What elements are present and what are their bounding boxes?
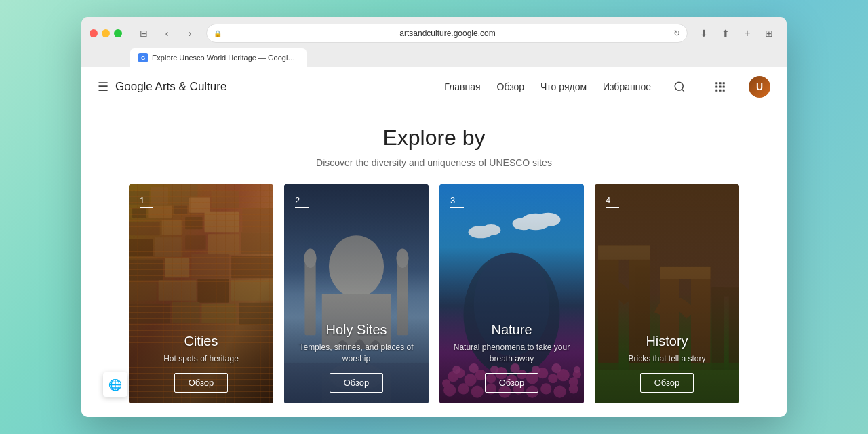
minimize-button[interactable] (102, 29, 110, 37)
tab-title: Explore Unesco World Heritage — Google И… (152, 54, 298, 62)
avatar[interactable]: U (749, 76, 770, 98)
maximize-button[interactable] (114, 29, 122, 37)
card-3-line (450, 207, 464, 208)
card-3-btn[interactable]: Обзор (485, 373, 539, 393)
share-button[interactable]: ⬆ (716, 26, 735, 41)
card-4-text: History Bricks that tell a story (606, 334, 728, 365)
tab-bar: G Explore Unesco World Heritage — Google… (90, 48, 778, 67)
section-title: Explore by (382, 125, 485, 151)
site-logo: ☰ Google Arts & Culture (98, 79, 226, 94)
nav-explore[interactable]: Обзор (497, 81, 524, 92)
card-1-desc: Hot spots of heritage (163, 353, 239, 365)
svg-rect-5 (715, 85, 717, 87)
browser-window: ⊟ ‹ › 🔒 artsandculture.google.com ↻ ⬇ ⬆ … (81, 17, 787, 417)
card-2-number: 2 (295, 195, 418, 205)
logo-text: Google Arts & Culture (115, 80, 226, 94)
apps-grid-button[interactable] (708, 75, 732, 99)
close-button[interactable] (90, 29, 98, 37)
card-4-line (606, 207, 619, 208)
reload-icon[interactable]: ↻ (673, 28, 680, 38)
browser-chrome: ⊟ ‹ › 🔒 artsandculture.google.com ↻ ⬇ ⬆ … (81, 17, 787, 67)
card-3-desc: Natural phenomena to take your breath aw… (450, 342, 573, 365)
search-button[interactable] (667, 75, 692, 99)
svg-rect-10 (723, 89, 725, 91)
card-3-name: Nature (491, 322, 532, 338)
card-3-number: 3 (450, 195, 573, 205)
browser-actions: ⬇ ⬆ + ⊞ (694, 26, 778, 41)
svg-rect-4 (723, 82, 725, 84)
card-nature[interactable]: 3 Nature Natural phenomena to take your … (439, 184, 584, 403)
translate-widget[interactable]: 🌐 (103, 372, 127, 397)
address-bar[interactable]: 🔒 artsandculture.google.com ↻ (206, 24, 688, 43)
browser-titlebar: ⊟ ‹ › 🔒 artsandculture.google.com ↻ ⬇ ⬆ … (90, 24, 778, 43)
lock-icon: 🔒 (214, 30, 222, 37)
card-cities[interactable]: 1 Cities Hot spots of heritage Обзор (129, 184, 273, 403)
card-nature-content: 3 Nature Natural phenomena to take your … (439, 184, 584, 403)
traffic-lights (90, 29, 122, 37)
card-holy-content: 2 Holy Sites Temples, shrines, and place… (284, 184, 429, 403)
card-4-btn[interactable]: Обзор (640, 373, 694, 393)
card-history[interactable]: 4 History Bricks that tell a story Обзор (595, 184, 739, 403)
svg-rect-9 (719, 89, 722, 91)
sidebar-toggle-button[interactable]: ⊟ (134, 26, 153, 41)
svg-rect-6 (719, 85, 722, 87)
main-content: Explore by Discover the diversity and un… (81, 106, 787, 417)
nav-favorites[interactable]: Избранное (603, 81, 651, 92)
website-content: ☰ Google Arts & Culture Главная Обзор Чт… (81, 67, 787, 417)
card-1-text: Cities Hot spots of heritage (140, 334, 262, 365)
back-button[interactable]: ‹ (157, 26, 176, 41)
svg-rect-2 (715, 82, 717, 84)
card-1-line (140, 207, 153, 208)
download-button[interactable]: ⬇ (694, 26, 713, 41)
nav-home[interactable]: Главная (444, 81, 480, 92)
new-tab-button[interactable]: + (738, 26, 757, 41)
address-text: artsandculture.google.com (226, 28, 669, 38)
section-subtitle: Discover the diversity and uniqueness of… (316, 157, 552, 168)
card-1-name: Cities (184, 334, 218, 349)
card-3-text: Nature Natural phenomena to take your br… (450, 322, 573, 365)
card-holy-sites[interactable]: 2 Holy Sites Temples, shrines, and place… (284, 184, 429, 403)
nav-nearby[interactable]: Что рядом (540, 81, 587, 92)
browser-controls: ⊟ ‹ › (134, 26, 199, 41)
card-2-name: Holy Sites (326, 322, 387, 338)
cards-grid: 1 Cities Hot spots of heritage Обзор (129, 184, 739, 403)
svg-rect-8 (715, 89, 717, 91)
site-nav: Главная Обзор Что рядом Избранное (444, 75, 770, 99)
avatar-image: U (749, 76, 770, 98)
forward-button[interactable]: › (180, 26, 199, 41)
card-2-text: Holy Sites Temples, shrines, and places … (295, 322, 418, 365)
card-4-number: 4 (606, 195, 728, 205)
card-2-desc: Temples, shrines, and places of worship (295, 342, 418, 365)
svg-rect-3 (719, 82, 722, 84)
card-4-name: History (646, 334, 688, 349)
translate-icon: 🌐 (108, 378, 122, 391)
card-cities-content: 1 Cities Hot spots of heritage Обзор (129, 184, 273, 403)
card-history-content: 4 History Bricks that tell a story Обзор (595, 184, 739, 403)
card-1-number: 1 (140, 195, 262, 205)
card-2-line (295, 207, 309, 208)
card-1-btn[interactable]: Обзор (174, 373, 229, 393)
tab-overview-button[interactable]: ⊞ (760, 26, 778, 41)
site-header: ☰ Google Arts & Culture Главная Обзор Чт… (81, 67, 787, 106)
card-4-desc: Bricks that tell a story (628, 353, 705, 365)
tab-favicon: G (138, 53, 148, 62)
active-tab[interactable]: G Explore Unesco World Heritage — Google… (130, 48, 307, 67)
svg-line-1 (682, 89, 684, 91)
svg-point-0 (675, 82, 683, 90)
svg-rect-7 (723, 85, 725, 87)
hamburger-icon[interactable]: ☰ (98, 79, 108, 94)
address-bar-row: 🔒 artsandculture.google.com ↻ (206, 24, 688, 43)
card-2-btn[interactable]: Обзор (330, 373, 384, 393)
